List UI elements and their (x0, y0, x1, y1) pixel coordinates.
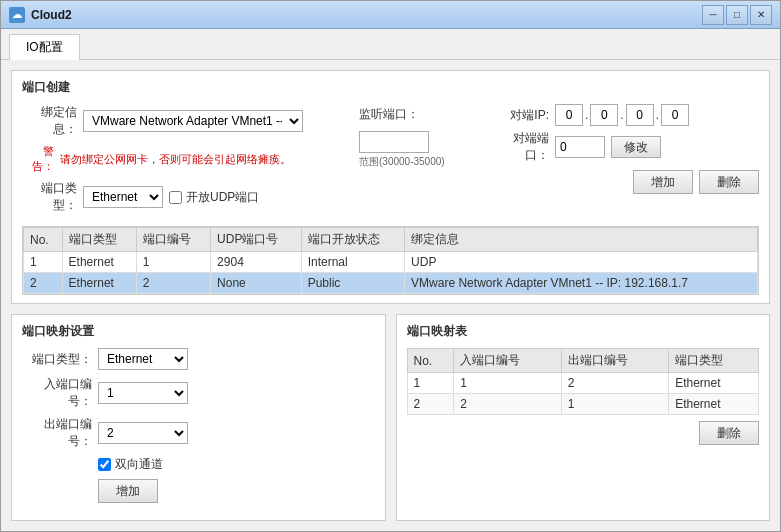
cell-bind-info: UDP (405, 252, 758, 273)
listen-port-row: 监听端口： (359, 106, 489, 123)
close-button[interactable]: ✕ (750, 5, 772, 25)
map-cell-in: 1 (454, 373, 562, 394)
table-row[interactable]: 2 Ethernet 2 None Public VMware Network … (24, 273, 758, 294)
remote-ip-group: . . . (555, 104, 689, 126)
tab-bar: IO配置 (1, 29, 780, 60)
mid-form: 监听端口： 30000 范围(30000-35000) (359, 104, 489, 220)
duplex-checkbox[interactable] (98, 458, 111, 471)
ip-seg-3[interactable] (626, 104, 654, 126)
warning-label: 警告： (22, 144, 54, 174)
ip-seg-2[interactable] (590, 104, 618, 126)
bind-select[interactable]: VMware Network Adapter VMnet1 -- IP: 192… (83, 110, 303, 132)
top-form-area: 绑定信息： VMware Network Adapter VMnet1 -- I… (22, 104, 759, 220)
listen-port-hint: 范围(30000-35000) (359, 155, 489, 169)
map-col-no: No. (407, 349, 454, 373)
map-col-type: 端口类型 (669, 349, 759, 373)
mapping-table: No. 入端口编号 出端口编号 端口类型 1 1 2 Ethernet (407, 348, 760, 415)
remote-ip-row: 对端IP: . . . (499, 104, 759, 126)
port-type-select[interactable]: Ethernet Serial (83, 186, 163, 208)
map-col-in: 入端口编号 (454, 349, 562, 373)
ip-seg-4[interactable] (661, 104, 689, 126)
minimize-button[interactable]: ─ (702, 5, 724, 25)
modify-button[interactable]: 修改 (611, 136, 661, 158)
port-mapping-settings-title: 端口映射设置 (22, 323, 375, 340)
port-type-row: 端口类型： Ethernet Serial 开放UDP端口 (22, 180, 349, 214)
in-port-select[interactable]: 1 2 3 (98, 382, 188, 404)
table-row[interactable]: 1 Ethernet 1 2904 Internal UDP (24, 252, 758, 273)
out-port-label: 出端口编号： (22, 416, 92, 450)
map-cell-out: 1 (561, 394, 669, 415)
tab-io-config[interactable]: IO配置 (9, 34, 80, 60)
port-creation-section: 端口创建 绑定信息： VMware Network Adapter VMnet1… (11, 70, 770, 304)
cell-udp-port: None (211, 273, 302, 294)
mapping-port-type-row: 端口类型： Ethernet Serial (22, 348, 375, 370)
window-title: Cloud2 (31, 8, 702, 22)
open-udp-checkbox[interactable] (169, 191, 182, 204)
open-udp-label[interactable]: 开放UDP端口 (169, 189, 259, 206)
remote-port-label: 对端端口： (499, 130, 549, 164)
in-port-label: 入端口编号： (22, 376, 92, 410)
mapping-port-type-select[interactable]: Ethernet Serial (98, 348, 188, 370)
cell-no: 1 (24, 252, 63, 273)
mapping-btn-area: 删除 (407, 421, 760, 445)
port-type-label: 端口类型： (22, 180, 77, 214)
port-mapping-table-title: 端口映射表 (407, 323, 760, 340)
add-mapping-button[interactable]: 增加 (98, 479, 158, 503)
main-content: 端口创建 绑定信息： VMware Network Adapter VMnet1… (1, 60, 780, 531)
listen-port-input[interactable]: 30000 (359, 131, 429, 153)
col-type: 端口类型 (62, 228, 136, 252)
port-table-header: No. 端口类型 端口编号 UDP端口号 端口开放状态 绑定信息 (24, 228, 758, 252)
port-table-area: No. 端口类型 端口编号 UDP端口号 端口开放状态 绑定信息 1 (22, 226, 759, 295)
ip-seg-1[interactable] (555, 104, 583, 126)
cell-open-status: Public (301, 273, 404, 294)
open-udp-text: 开放UDP端口 (186, 189, 259, 206)
warning-text: 请勿绑定公网网卡，否则可能会引起网络瘫痪。 (60, 152, 291, 167)
mapping-table-row[interactable]: 2 2 1 Ethernet (407, 394, 759, 415)
map-cell-no: 2 (407, 394, 454, 415)
cell-udp-port: 2904 (211, 252, 302, 273)
map-cell-type: Ethernet (669, 394, 759, 415)
right-form: 对端IP: . . . 对端 (499, 104, 759, 220)
remote-port-input[interactable] (555, 136, 605, 158)
listen-port-label: 监听端口： (359, 106, 419, 123)
remote-port-row: 对端端口： 修改 (499, 130, 759, 164)
mapping-port-type-label: 端口类型： (22, 351, 92, 368)
warning-row: 警告： 请勿绑定公网网卡，否则可能会引起网络瘫痪。 (22, 144, 349, 174)
maximize-button[interactable]: □ (726, 5, 748, 25)
add-port-button[interactable]: 增加 (633, 170, 693, 194)
cell-port-num: 2 (136, 273, 210, 294)
mapping-table-row[interactable]: 1 1 2 Ethernet (407, 373, 759, 394)
map-cell-type: Ethernet (669, 373, 759, 394)
port-mapping-table-section: 端口映射表 No. 入端口编号 出端口编号 端口类型 1 1 (396, 314, 771, 521)
mapping-add-row: 增加 (22, 479, 375, 503)
port-creation-inner: 绑定信息： VMware Network Adapter VMnet1 -- I… (22, 104, 759, 295)
port-creation-title: 端口创建 (22, 79, 759, 96)
duplex-row: 双向通道 (22, 456, 375, 473)
map-cell-out: 2 (561, 373, 669, 394)
port-table: No. 端口类型 端口编号 UDP端口号 端口开放状态 绑定信息 1 (23, 227, 758, 294)
col-bind-info: 绑定信息 (405, 228, 758, 252)
duplex-label[interactable]: 双向通道 (98, 456, 163, 473)
bind-label: 绑定信息： (22, 104, 77, 138)
col-port-num: 端口编号 (136, 228, 210, 252)
bottom-area: 端口映射设置 端口类型： Ethernet Serial 入端口编号： 1 2 … (11, 314, 770, 521)
delete-port-button[interactable]: 删除 (699, 170, 759, 194)
cell-bind-info: VMware Network Adapter VMnet1 -- IP: 192… (405, 273, 758, 294)
map-cell-in: 2 (454, 394, 562, 415)
col-open-status: 端口开放状态 (301, 228, 404, 252)
map-cell-no: 1 (407, 373, 454, 394)
port-mapping-settings-section: 端口映射设置 端口类型： Ethernet Serial 入端口编号： 1 2 … (11, 314, 386, 521)
mapping-table-header: No. 入端口编号 出端口编号 端口类型 (407, 349, 759, 373)
out-port-select[interactable]: 1 2 3 (98, 422, 188, 444)
in-port-row: 入端口编号： 1 2 3 (22, 376, 375, 410)
cell-type: Ethernet (62, 252, 136, 273)
delete-mapping-button[interactable]: 删除 (699, 421, 759, 445)
cell-port-num: 1 (136, 252, 210, 273)
remote-ip-label: 对端IP: (499, 107, 549, 124)
actions-row: 增加 删除 (499, 170, 759, 194)
window-controls: ─ □ ✕ (702, 5, 772, 25)
cell-open-status: Internal (301, 252, 404, 273)
col-no: No. (24, 228, 63, 252)
title-bar: ☁ Cloud2 ─ □ ✕ (1, 1, 780, 29)
duplex-text: 双向通道 (115, 456, 163, 473)
